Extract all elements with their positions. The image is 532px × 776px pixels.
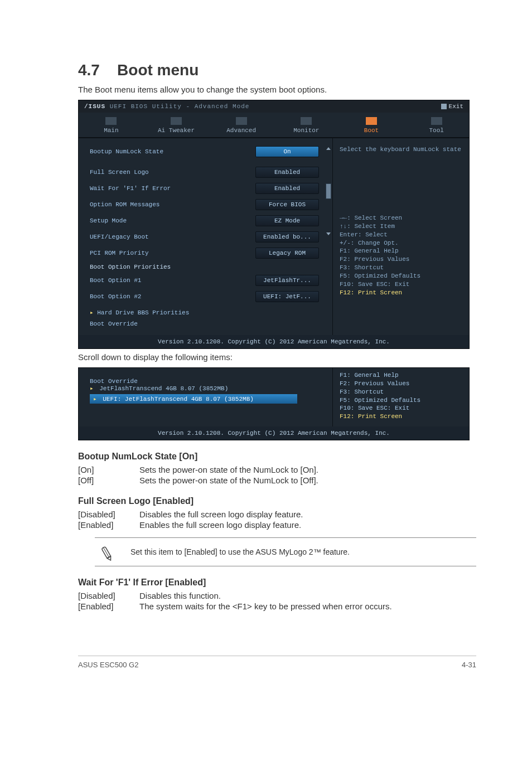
numlock-heading: Bootup NumLock State [On] bbox=[78, 452, 476, 462]
page-footer: ASUS ESC500 G2 4-31 bbox=[78, 656, 476, 669]
row-label: Bootup NumLock State bbox=[90, 148, 163, 155]
intro-text: The Boot menu items allow you to change … bbox=[78, 84, 476, 95]
bios-tabs: Main Ai Tweaker Advanced Monitor Boot To… bbox=[79, 113, 469, 138]
scrollbar[interactable] bbox=[326, 147, 331, 235]
section-heading: 4.7 Boot menu bbox=[78, 61, 476, 79]
row-hard-drive-bbs[interactable]: ▸ Hard Drive BBS Priorities bbox=[90, 309, 319, 316]
tool-tab[interactable]: Tool bbox=[404, 113, 469, 137]
pencil-icon bbox=[98, 540, 122, 564]
arrow-down-icon bbox=[326, 232, 331, 235]
help-text: Select the keyboard NumLock state bbox=[340, 146, 462, 153]
tweaker-icon bbox=[171, 117, 182, 125]
waitf1-heading: Wait For 'F1' If Error [Enabled] bbox=[78, 578, 476, 588]
numlock-on-row: [On] Sets the power-on state of the NumL… bbox=[78, 465, 476, 474]
fullscreen-disabled-row: [Disabled] Disables the full screen logo… bbox=[78, 510, 476, 519]
row-pci-rom-priority[interactable]: PCI ROM Priority Legacy ROM bbox=[90, 248, 319, 259]
exit-button[interactable]: Exit bbox=[441, 103, 463, 110]
row-boot-option-1[interactable]: Boot Option #1 JetFlashTr... bbox=[90, 275, 319, 286]
key-hints: →←: Select Screen ↑↓: Select Item Enter:… bbox=[340, 214, 462, 297]
bios-version: Version 2.10.1208. Copyright (C) 2012 Am… bbox=[79, 335, 469, 348]
arrow-up-icon bbox=[326, 147, 331, 150]
row-full-screen-logo[interactable]: Full Screen Logo Enabled bbox=[90, 167, 319, 178]
footer-right: 4-31 bbox=[462, 661, 476, 669]
footer-left: ASUS ESC500 G2 bbox=[78, 661, 138, 669]
tool-icon bbox=[431, 117, 442, 125]
row-boot-option-2[interactable]: Boot Option #2 UEFI: JetF... bbox=[90, 291, 319, 302]
note-text: Set this item to [Enabled] to use the AS… bbox=[130, 547, 350, 556]
row-option-rom[interactable]: Option ROM Messages Force BIOS bbox=[90, 199, 319, 210]
numlock-off-row: [Off] Sets the power-on state of the Num… bbox=[78, 476, 476, 485]
note-box: Set this item to [Enabled] to use the AS… bbox=[95, 537, 476, 566]
row-wait-f1[interactable]: Wait For 'F1' If Error Enabled bbox=[90, 183, 319, 194]
section-title: Boot menu bbox=[117, 61, 199, 79]
row-setup-mode[interactable]: Setup Mode EZ Mode bbox=[90, 215, 319, 226]
waitf1-disabled-row: [Disabled] Disables this function. bbox=[78, 591, 476, 600]
advanced-icon bbox=[236, 117, 247, 125]
boot-override-heading: Boot Override bbox=[90, 321, 319, 327]
bios-brand: /ISUS UEFI BIOS Utility - Advanced Mode bbox=[84, 103, 249, 110]
list-icon bbox=[105, 117, 117, 125]
boot-priorities-heading: Boot Option Priorities bbox=[90, 264, 319, 270]
section-number: 4.7 bbox=[78, 61, 100, 79]
row-value[interactable]: On bbox=[255, 146, 319, 157]
row-uefi-legacy[interactable]: UEFI/Legacy Boot Enabled bo... bbox=[90, 231, 319, 243]
svg-marker-1 bbox=[107, 556, 113, 561]
fullscreen-enabled-row: [Enabled] Enables the full screen logo d… bbox=[78, 520, 476, 530]
monitor-tab[interactable]: Monitor bbox=[274, 113, 339, 137]
scroll-caption: Scroll down to display the following ite… bbox=[78, 352, 476, 362]
chevron-right-icon: ▸ bbox=[93, 396, 97, 402]
frag-version: Version 2.10.1208. Copyright (C) 2012 Am… bbox=[79, 426, 469, 440]
advanced-tab[interactable]: Advanced bbox=[209, 113, 274, 137]
frag-override-heading: Boot Override bbox=[90, 378, 327, 385]
chevron-right-icon: ▸ bbox=[90, 309, 94, 316]
fullscreen-heading: Full Screen Logo [Enabled] bbox=[78, 496, 476, 506]
monitor-icon bbox=[301, 117, 312, 125]
row-bootup-numlock[interactable]: Bootup NumLock State On bbox=[90, 146, 319, 157]
bios-window: /ISUS UEFI BIOS Utility - Advanced Mode … bbox=[78, 100, 470, 349]
scroll-thumb[interactable] bbox=[326, 183, 331, 199]
ai-tweaker-tab[interactable]: Ai Tweaker bbox=[144, 113, 209, 137]
chevron-right-icon: ▸ bbox=[90, 385, 94, 392]
power-icon bbox=[366, 117, 377, 125]
bios-fragment: Boot Override ▸ JetFlashTranscend 4GB 8.… bbox=[78, 367, 470, 440]
waitf1-enabled-row: [Enabled] The system waits for the <F1> … bbox=[78, 602, 476, 611]
frag-device-2[interactable]: ▸ UEFI: JetFlashTranscend 4GB 8.07 (3852… bbox=[90, 394, 297, 404]
exit-icon bbox=[441, 104, 447, 109]
boot-tab[interactable]: Boot bbox=[339, 113, 404, 137]
main-tab[interactable]: Main bbox=[79, 113, 144, 137]
frag-device-1[interactable]: ▸ JetFlashTranscend 4GB 8.07 (3852MB) bbox=[90, 385, 327, 392]
frag-key-hints: F1: General Help F2: Previous Values F3:… bbox=[332, 368, 469, 426]
bios-titlebar: /ISUS UEFI BIOS Utility - Advanced Mode … bbox=[79, 100, 469, 113]
